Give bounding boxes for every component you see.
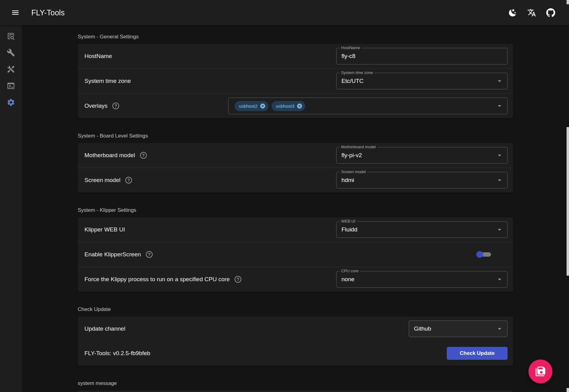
help-icon[interactable]: ? — [140, 152, 147, 159]
sidebar-item-system-info[interactable] — [3, 28, 19, 44]
section-klipper: System - Klipper Settings Klipper WEB UI… — [78, 207, 513, 292]
main-content: System - General Settings HostName HostN… — [22, 0, 569, 392]
motherboard-label: Motherboard model ? — [84, 152, 147, 159]
section-title-message: system message — [78, 380, 513, 386]
row-cpucore: Force the Klippy process to run on a spe… — [78, 267, 513, 292]
sidebar-item-tools[interactable] — [3, 61, 19, 77]
chip-close-icon[interactable] — [260, 103, 266, 109]
chevron-down-icon — [496, 151, 504, 159]
row-hostname: HostName HostName fly-c8 — [78, 44, 513, 68]
hamburger-icon — [11, 8, 20, 17]
update-channel-select[interactable]: Github — [409, 320, 508, 337]
chip-usbhost3[interactable]: usbhost3 — [271, 101, 305, 111]
chevron-down-icon — [496, 226, 504, 234]
save-all-icon — [535, 366, 546, 377]
check-update-card: Update channel Github FLY-Tools: v0.2.5-… — [78, 316, 513, 366]
motherboard-select[interactable]: Motherboard model fly-pi-v2 — [336, 147, 508, 164]
cpucore-value: none — [341, 276, 354, 283]
board-settings-card: Motherboard model ? Motherboard model fl… — [78, 143, 513, 192]
help-icon[interactable]: ? — [146, 251, 153, 258]
file-search-icon — [7, 32, 15, 40]
row-klipperscreen: Enable KlipperScreen ? — [78, 242, 513, 267]
section-title-update: Check Update — [78, 306, 513, 312]
screen-model-select[interactable]: Screen model hdmi — [336, 172, 508, 188]
scrollbar-thumb[interactable] — [567, 127, 569, 276]
cpucore-label: Force the Klippy process to run on a spe… — [84, 276, 241, 283]
cpucore-field-label: CPU core — [340, 269, 360, 274]
help-icon[interactable]: ? — [112, 103, 119, 109]
check-update-button[interactable]: Check Update — [447, 347, 508, 360]
klipper-settings-card: Klipper WEB UI WEB UI Fluidd Enable Klip… — [78, 217, 513, 292]
update-channel-label: Update channel — [84, 325, 125, 332]
overlays-label: Overlays ? — [84, 103, 119, 109]
section-general: System - General Settings HostName HostN… — [78, 34, 513, 118]
app-title: FLY-Tools — [31, 8, 64, 17]
help-icon[interactable]: ? — [125, 177, 132, 184]
motherboard-field-label: Motherboard model — [340, 145, 377, 150]
webui-select[interactable]: WEB UI Fluidd — [336, 221, 508, 238]
timezone-select[interactable]: System time zone Etc/UTC — [336, 73, 508, 89]
row-motherboard: Motherboard model ? Motherboard model fl… — [78, 143, 513, 168]
motherboard-value: fly-pi-v2 — [341, 152, 362, 159]
overlays-select[interactable]: usbhost2 usbhost3 — [228, 98, 508, 114]
settings-gears-icon — [7, 98, 15, 107]
klipperscreen-label: Enable KlipperScreen ? — [84, 251, 153, 258]
timezone-label: System time zone — [84, 78, 131, 84]
chevron-down-icon — [496, 102, 504, 110]
terminal-icon — [7, 82, 15, 90]
chevron-down-icon — [496, 325, 504, 333]
hostname-input[interactable]: HostName fly-c8 — [336, 48, 508, 64]
hostname-field-label: HostName — [340, 45, 361, 51]
menu-button[interactable] — [8, 5, 23, 20]
webui-field-label: WEB UI — [340, 219, 357, 224]
chevron-down-icon — [496, 275, 504, 283]
row-screen-model: Screen model ? Screen model hdmi — [78, 168, 513, 192]
section-title-klipper: System - Klipper Settings — [78, 207, 513, 213]
row-version: FLY-Tools: v0.2.5-fb9bfeb Check Update — [78, 341, 513, 366]
tools-icon — [7, 65, 15, 73]
screen-model-label: Screen model ? — [84, 177, 132, 184]
row-webui: Klipper WEB UI WEB UI Fluidd — [78, 217, 513, 242]
moon-icon — [508, 8, 517, 17]
chevron-down-icon — [496, 176, 504, 184]
update-channel-value: Github — [414, 325, 431, 332]
webui-value: Fluidd — [341, 226, 357, 233]
chip-usbhost2[interactable]: usbhost2 — [235, 101, 268, 111]
help-icon[interactable]: ? — [235, 276, 241, 283]
chip-close-icon[interactable] — [297, 103, 302, 109]
sidebar-item-config[interactable] — [3, 44, 19, 61]
system-message-card — [78, 390, 513, 392]
general-settings-card: HostName HostName fly-c8 System time zon… — [78, 44, 513, 118]
overlay-chips: usbhost2 usbhost3 — [235, 101, 305, 111]
screen-value: hdmi — [341, 177, 354, 184]
section-title-general: System - General Settings — [78, 34, 513, 40]
chevron-down-icon — [496, 77, 504, 85]
sidebar-item-settings[interactable] — [3, 94, 19, 111]
klipperscreen-switch[interactable] — [476, 251, 491, 258]
dark-mode-button[interactable] — [505, 5, 520, 20]
sidebar — [0, 25, 22, 392]
github-button[interactable] — [543, 5, 558, 20]
translate-button[interactable] — [524, 5, 539, 20]
scrollbar — [567, 0, 569, 392]
timezone-value: Etc/UTC — [341, 78, 364, 84]
save-fab-button[interactable] — [528, 359, 552, 383]
switch-thumb — [476, 251, 483, 258]
translate-icon — [527, 8, 536, 17]
hostname-label: HostName — [84, 53, 112, 60]
wrench-icon — [7, 49, 15, 57]
sidebar-item-terminal[interactable] — [3, 77, 19, 94]
scrollbar-segment[interactable] — [567, 0, 569, 4]
row-overlays: Overlays ? usbhost2 — [78, 94, 513, 118]
version-text: FLY-Tools: v0.2.5-fb9bfeb — [84, 350, 150, 357]
section-message: system message — [78, 380, 513, 392]
section-board: System - Board Level Settings Motherboar… — [78, 133, 513, 192]
screen-field-label: Screen model — [340, 169, 367, 175]
section-update: Check Update Update channel Github FLY-T… — [78, 306, 513, 366]
scrollbar-segment[interactable] — [567, 388, 569, 392]
cpucore-select[interactable]: CPU core none — [336, 271, 508, 288]
row-update-channel: Update channel Github — [78, 316, 513, 341]
github-icon — [546, 8, 555, 17]
hostname-value: fly-c8 — [341, 53, 355, 60]
webui-label: Klipper WEB UI — [84, 226, 125, 233]
